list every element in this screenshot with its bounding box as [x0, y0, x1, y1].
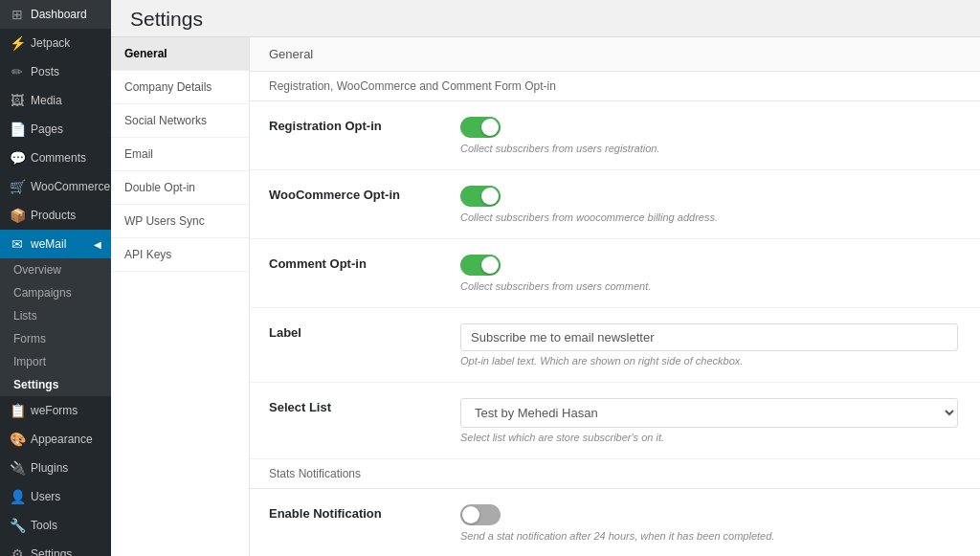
tab-social-networks[interactable]: Social Networks: [111, 104, 249, 138]
sidebar-item-jetpack[interactable]: ⚡ Jetpack: [0, 29, 111, 57]
sidebar-item-weforms[interactable]: 📋 weForms: [0, 396, 111, 425]
comments-icon: 💬: [10, 150, 25, 166]
comment-optin-toggle[interactable]: [460, 255, 501, 276]
tab-api-keys[interactable]: API Keys: [111, 238, 249, 272]
woocommerce-optin-row: WooCommerce Opt-in Collect subscribers f…: [250, 170, 980, 239]
products-icon: 📦: [10, 208, 25, 223]
main-area: Settings General Company Details Social …: [111, 0, 980, 556]
settings-tabs-panel: General Company Details Social Networks …: [111, 37, 250, 556]
sidebar-item-woocommerce[interactable]: 🛒 WooCommerce: [0, 172, 111, 201]
toggle-thumb: [481, 119, 499, 136]
section-general-header: General: [250, 37, 980, 72]
toggle-thumb: [462, 506, 479, 523]
dashboard-icon: ⊞: [10, 7, 25, 22]
sidebar-item-users[interactable]: 👤 Users: [0, 482, 111, 511]
label-row: Label Opt-in label text. Which are shown…: [250, 308, 980, 383]
registration-optin-control: Collect subscribers from users registrat…: [460, 117, 961, 154]
comment-optin-control: Collect subscribers from users comment.: [460, 255, 961, 292]
sidebar-item-posts[interactable]: ✏ Posts: [0, 57, 111, 86]
select-list-control: Test by Mehedi Hasan Select list which a…: [460, 398, 961, 443]
woocommerce-optin-label: WooCommerce Opt-in: [269, 186, 460, 202]
woocommerce-icon: 🛒: [10, 179, 25, 194]
sidebar-item-campaigns[interactable]: Campaigns: [0, 281, 111, 304]
sidebar-item-settings[interactable]: ⚙ Settings: [0, 540, 111, 556]
tab-company-details[interactable]: Company Details: [111, 71, 249, 104]
toggle-track: [460, 255, 501, 276]
comment-optin-label: Comment Opt-in: [269, 255, 460, 271]
page-header: Settings: [111, 0, 980, 37]
tab-double-optin[interactable]: Double Opt-in: [111, 171, 249, 205]
enable-notification-row: Enable Notification Send a stat notifica…: [250, 489, 980, 556]
sidebar-item-tools[interactable]: 🔧 Tools: [0, 511, 111, 540]
select-list-label: Select List: [269, 398, 460, 414]
content-area: General Company Details Social Networks …: [111, 37, 980, 556]
settings-icon: ⚙: [10, 546, 25, 556]
sidebar: ⊞ Dashboard ⚡ Jetpack ✏ Posts 🖼 Media 📄 …: [0, 0, 111, 556]
enable-notification-desc: Send a stat notification after 24 hours,…: [460, 530, 961, 542]
settings-content-panel: General Registration, WooCommerce and Co…: [250, 37, 980, 556]
sidebar-item-overview[interactable]: Overview: [0, 258, 111, 281]
chevron-icon: ◀: [94, 239, 101, 250]
sidebar-item-lists[interactable]: Lists: [0, 304, 111, 327]
select-list-row: Select List Test by Mehedi Hasan Select …: [250, 383, 980, 459]
posts-icon: ✏: [10, 64, 25, 79]
sidebar-item-products[interactable]: 📦 Products: [0, 201, 111, 230]
toggle-track: [460, 117, 501, 138]
registration-optin-label: Registration Opt-in: [269, 117, 460, 133]
wemail-icon: ✉: [10, 236, 25, 252]
label-field-control: Opt-in label text. Which are shown on ri…: [460, 323, 961, 367]
woocommerce-optin-control: Collect subscribers from woocommerce bil…: [460, 186, 961, 223]
sidebar-item-import[interactable]: Import: [0, 350, 111, 373]
users-icon: 👤: [10, 489, 25, 504]
enable-notification-label: Enable Notification: [269, 504, 460, 521]
sidebar-item-appearance[interactable]: 🎨 Appearance: [0, 425, 111, 454]
pages-icon: 📄: [10, 122, 25, 137]
wemail-submenu: Overview Campaigns Lists Forms Import Se…: [0, 258, 111, 396]
plugins-icon: 🔌: [10, 460, 25, 476]
tab-wp-users-sync[interactable]: WP Users Sync: [111, 205, 249, 238]
label-field-desc: Opt-in label text. Which are shown on ri…: [460, 355, 961, 367]
registration-optin-desc: Collect subscribers from users registrat…: [460, 143, 961, 154]
toggle-thumb: [481, 256, 499, 274]
label-field-label: Label: [269, 323, 460, 340]
woocommerce-optin-desc: Collect subscribers from woocommerce bil…: [460, 211, 961, 223]
sidebar-item-pages[interactable]: 📄 Pages: [0, 115, 111, 144]
select-list-dropdown[interactable]: Test by Mehedi Hasan: [460, 398, 958, 428]
sidebar-item-settings-sub[interactable]: Settings ←: [0, 373, 111, 396]
enable-notification-control: Send a stat notification after 24 hours,…: [460, 504, 961, 542]
tools-icon: 🔧: [10, 518, 25, 533]
stats-section-header: Stats Notifications: [250, 459, 980, 489]
optin-section-header: Registration, WooCommerce and Comment Fo…: [250, 72, 980, 101]
toggle-thumb: [481, 188, 499, 205]
appearance-icon: 🎨: [10, 432, 25, 447]
sidebar-item-wemail[interactable]: ✉ weMail ◀: [0, 230, 111, 258]
sidebar-item-dashboard[interactable]: ⊞ Dashboard: [0, 0, 111, 29]
sidebar-item-media[interactable]: 🖼 Media: [0, 86, 111, 115]
comment-optin-desc: Collect subscribers from users comment.: [460, 280, 961, 292]
woocommerce-optin-toggle[interactable]: [460, 186, 501, 207]
sidebar-item-forms[interactable]: Forms: [0, 327, 111, 350]
tab-email[interactable]: Email: [111, 138, 249, 171]
tab-general[interactable]: General: [111, 37, 249, 71]
registration-optin-toggle[interactable]: [460, 117, 501, 138]
sidebar-item-plugins[interactable]: 🔌 Plugins: [0, 454, 111, 482]
toggle-track: [460, 504, 501, 525]
label-input[interactable]: [460, 323, 958, 351]
media-icon: 🖼: [10, 93, 25, 108]
sidebar-item-comments[interactable]: 💬 Comments: [0, 144, 111, 172]
toggle-track: [460, 186, 501, 207]
enable-notification-toggle[interactable]: [460, 504, 501, 525]
jetpack-icon: ⚡: [10, 35, 25, 51]
page-title: Settings: [130, 8, 961, 31]
select-list-desc: Select list which are store subscriber's…: [460, 432, 961, 443]
comment-optin-row: Comment Opt-in Collect subscribers from …: [250, 239, 980, 308]
weforms-icon: 📋: [10, 403, 25, 418]
registration-optin-row: Registration Opt-in Collect subscribers …: [250, 101, 980, 170]
